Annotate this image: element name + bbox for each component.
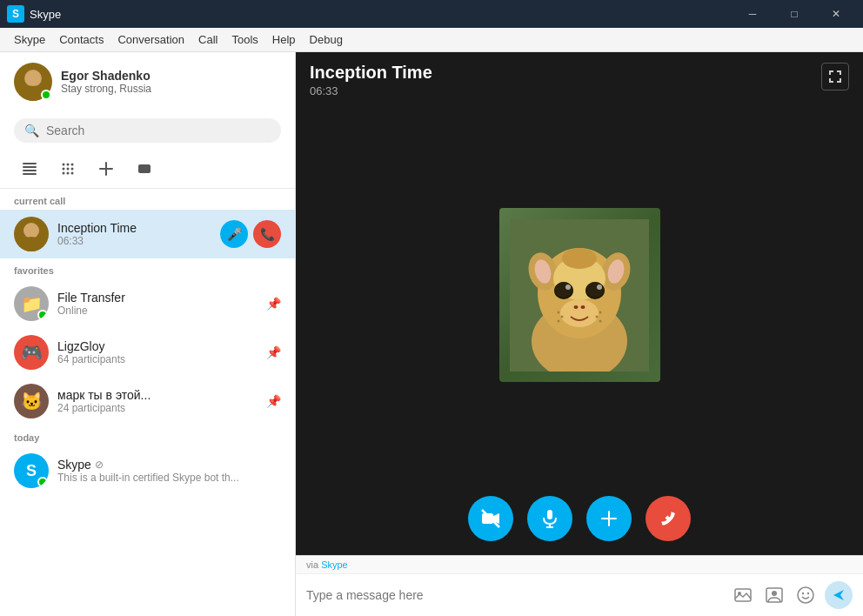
mute-button[interactable]: 🎤	[220, 220, 248, 248]
search-input[interactable]	[46, 124, 271, 137]
pin-icon-filetransfer: 📌	[266, 297, 281, 311]
section-today-label: today	[0, 425, 295, 446]
menu-help[interactable]: Help	[265, 28, 303, 52]
svg-point-42	[558, 311, 560, 313]
avatar-file-transfer: 📁	[14, 286, 49, 321]
fullscreen-button[interactable]	[821, 63, 849, 90]
svg-point-40	[574, 305, 579, 309]
pin-icon-ligzgloy: 📌	[266, 345, 281, 359]
contact-share-button[interactable]	[762, 583, 786, 607]
svg-point-43	[561, 315, 564, 318]
contact-sub-skype: This is a built-in certified Skype bot t…	[57, 472, 281, 484]
contact-info-ligzgloy: LigzGloy 64 participants	[57, 339, 258, 365]
video-toggle-button[interactable]	[468, 496, 513, 541]
call-title: Inception Time	[310, 63, 432, 83]
svg-point-61	[798, 587, 813, 603]
svg-rect-4	[23, 166, 37, 168]
svg-rect-18	[138, 164, 151, 173]
contact-name-filetransfer: File Transfer	[57, 291, 258, 305]
svg-point-46	[596, 315, 599, 318]
hangup-sidebar-button[interactable]: 📞	[253, 220, 281, 248]
add-participant-button[interactable]	[586, 496, 632, 541]
svg-point-7	[63, 164, 65, 166]
profile-section: Egor Shadenko Stay strong, Russia	[0, 52, 295, 111]
svg-point-60	[772, 591, 777, 596]
svg-point-10	[63, 168, 65, 171]
contact-file-transfer[interactable]: 📁 File Transfer Online 📌	[0, 279, 295, 328]
avatar-ligzgloy: 🎮	[14, 335, 49, 370]
contact-inception-time[interactable]: Inception Time 06:33 🎤 📞	[0, 210, 295, 258]
maximize-button[interactable]: □	[774, 0, 814, 28]
contact-name-skype: Skype ⊘	[57, 458, 281, 472]
svg-point-35	[586, 282, 604, 298]
contact-info-filetransfer: File Transfer Online	[57, 291, 258, 317]
mic-toggle-button[interactable]	[527, 496, 572, 541]
menu-tools[interactable]: Tools	[224, 28, 264, 52]
menu-conversation[interactable]: Conversation	[110, 28, 191, 52]
image-button[interactable]	[731, 583, 755, 607]
contact-name-mark: марк ты в этой...	[57, 388, 258, 402]
app-title: Skype	[30, 8, 733, 21]
contact-timer-inception: 06:33	[57, 235, 211, 247]
contact-info-skype: Skype ⊘ This is a built-in certified Sky…	[57, 458, 281, 484]
svg-point-14	[67, 172, 70, 175]
contact-avatar-inception	[14, 217, 49, 251]
svg-rect-21	[143, 171, 146, 171]
main-layout: Egor Shadenko Stay strong, Russia 🔍	[0, 52, 863, 616]
chat-input-row	[296, 574, 863, 616]
svg-point-23	[21, 237, 42, 251]
avatar-wrapper	[14, 63, 52, 101]
call-controls	[296, 482, 863, 555]
contact-status-filetransfer: Online	[57, 305, 258, 317]
profile-name: Egor Shadenko	[61, 69, 281, 83]
svg-point-37	[597, 285, 602, 290]
svg-point-47	[599, 319, 602, 322]
svg-point-48	[562, 248, 597, 269]
svg-point-44	[558, 319, 560, 322]
svg-point-34	[555, 282, 572, 298]
menu-skype[interactable]: Skype	[7, 28, 52, 52]
call-header-info: Inception Time 06:33	[310, 63, 432, 97]
svg-point-22	[23, 223, 39, 238]
avatar-mark: 🐱	[14, 384, 49, 418]
end-call-button[interactable]	[646, 496, 691, 541]
call-action-buttons: 🎤 📞	[220, 220, 281, 248]
menu-call[interactable]: Call	[191, 28, 224, 52]
emoji-button[interactable]	[793, 583, 818, 607]
svg-rect-17	[99, 168, 113, 170]
svg-point-13	[63, 172, 65, 175]
contact-mark[interactable]: 🐱 марк ты в этой... 24 participants 📌	[0, 377, 295, 425]
svg-rect-56	[601, 518, 617, 519]
svg-point-9	[71, 164, 74, 166]
search-icon: 🔍	[24, 124, 39, 137]
close-button[interactable]: ✕	[816, 0, 856, 28]
contacts-button[interactable]	[14, 153, 45, 184]
svg-rect-6	[23, 173, 37, 175]
skype-link[interactable]: Skype	[321, 559, 348, 570]
menu-contacts[interactable]: Contacts	[52, 28, 110, 52]
menu-debug[interactable]: Debug	[303, 28, 350, 52]
svg-rect-5	[23, 170, 37, 171]
contact-sub-mark: 24 participants	[57, 402, 258, 414]
contact-name-ligzgloy: LigzGloy	[57, 339, 258, 353]
minimize-button[interactable]: ─	[733, 0, 773, 28]
bots-button[interactable]	[129, 153, 160, 184]
avatar-skype: S	[14, 453, 49, 488]
svg-rect-52	[547, 510, 552, 519]
contact-ligzgloy[interactable]: 🎮 LigzGloy 64 participants 📌	[0, 328, 295, 377]
dialpad-button[interactable]	[52, 153, 84, 184]
contact-name-inception: Inception Time	[57, 221, 211, 235]
contact-info-mark: марк ты в этой... 24 participants	[57, 388, 258, 414]
add-contact-button[interactable]	[90, 153, 122, 184]
via-skype-label: via Skype	[296, 556, 863, 574]
sidebar: Egor Shadenko Stay strong, Russia 🔍	[0, 52, 296, 616]
message-input[interactable]	[306, 588, 724, 602]
send-button[interactable]	[825, 581, 853, 609]
doge-video	[499, 208, 660, 382]
svg-point-45	[599, 311, 602, 313]
profile-info: Egor Shadenko Stay strong, Russia	[61, 69, 281, 95]
svg-point-2	[25, 70, 41, 86]
contact-skype-bot[interactable]: S Skype ⊘ This is a built-in certified S…	[0, 446, 295, 495]
svg-point-15	[71, 172, 74, 175]
title-bar: S Skype ─ □ ✕	[0, 0, 863, 28]
